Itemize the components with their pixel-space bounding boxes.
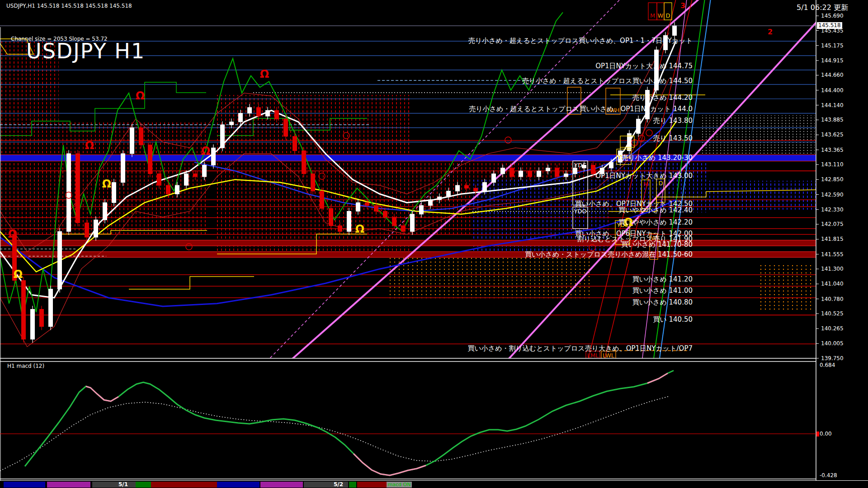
chart-watermark-title: USDJPY H1 (26, 39, 145, 63)
candle (139, 124, 143, 149)
macd-falling-segment (647, 373, 668, 383)
date-label: 5/1 (118, 481, 128, 488)
svg-text:D: D (658, 180, 663, 187)
update-timestamp: 5/1 06:22 更新 (797, 3, 848, 13)
svg-text:D: D (665, 12, 670, 19)
ichimoku-cloud-orangedot (760, 264, 815, 312)
macd-pane (0, 371, 816, 475)
price-tick-label: 144.915 (821, 57, 844, 64)
price-annotation: 買いやや小さめ 142.20 (618, 218, 693, 226)
price-annotation: 買い小さめ 140.80 (632, 298, 693, 306)
candle (22, 277, 26, 343)
candle (347, 208, 351, 235)
price-annotation: 買い小さめ・割り込むとストップロス売り大きめ、OP1日NYカット/OP7 (467, 344, 693, 352)
omega-marker-yellow: Ω (14, 268, 23, 281)
candle (130, 124, 134, 157)
price-tick-label: 141.040 (821, 281, 844, 287)
price-tick-label: 144.140 (821, 102, 844, 108)
ichimoku-cloud-blue (707, 181, 816, 210)
session-segment (349, 482, 356, 488)
price-tick-label: 142.850 (821, 176, 844, 183)
macd-falling-segment (86, 386, 118, 401)
price-tick-label: 140.005 (821, 340, 844, 347)
price-tick-label: 142.590 (821, 192, 844, 198)
session-segment (260, 482, 303, 488)
price-annotation: 売り小さめ・超えるとストップロス買い小さめ、OP1日NYカット 144.0 (469, 105, 693, 113)
omega-marker-red: Ω (8, 228, 17, 240)
price-annotation: 買いやや小さめ 142.40 (618, 206, 693, 214)
mt4-chart-window: ΩΩΩΩΩΩΩΩΩ32MWDLWHYDHYDCYDOYDLMDWLMLLWL売り… (0, 0, 868, 488)
chart-canvas[interactable]: ΩΩΩΩΩΩΩΩΩ32MWDLWHYDHYDCYDOYDLMDWLMLLWL売り… (0, 0, 868, 488)
candle (31, 306, 35, 343)
price-annotation: 買い小さめ 141.20 (632, 275, 693, 283)
macd-tick-label: 0.684 (820, 362, 835, 368)
price-annotation: OP1日NYカット大きめ 144.75 (595, 62, 693, 70)
session-segment (4, 482, 45, 488)
price-tick-label: 140.780 (821, 296, 844, 302)
macd-tick-label: 0.00 (820, 431, 832, 437)
level-box-D: D (664, 3, 672, 20)
price-annotation: 買い 140.50 (653, 315, 693, 324)
candle (311, 170, 315, 195)
price-tick-label: 139.750 (821, 355, 844, 361)
price-annotation: 売り小さめ 143.20-30 (621, 154, 693, 162)
price-tick-label: 141.555 (821, 251, 844, 258)
macd-toggle-button[interactable]: macd ON (387, 482, 412, 488)
price-annotation: 買い小さめ・ストップロス売り小さめ混在 141.50-60 (525, 250, 693, 258)
svg-text:LML: LML (587, 352, 599, 359)
omega-marker-red: Ω (260, 68, 269, 80)
price-tick-label: 143.365 (821, 147, 844, 153)
price-axis[interactable]: 145.690145.435145.175144.915144.660144.4… (816, 13, 844, 479)
price-tick-label: 145.175 (821, 42, 844, 49)
fan-line-label: 3 (680, 1, 685, 10)
fan-line-label: 2 (768, 28, 773, 36)
candle (112, 179, 116, 206)
macd-falling-segment (354, 454, 426, 475)
price-tick-label: 143.625 (821, 131, 844, 138)
timeline-bar: 5/15/2 macd ON (0, 480, 868, 488)
candle (103, 199, 107, 224)
symbol-ohlc-line: USDJPY,H1 145.518 145.518 145.518 145.51… (6, 3, 132, 9)
candle (284, 116, 288, 140)
svg-text:M: M (643, 181, 648, 188)
price-tick-label: 140.525 (821, 310, 844, 317)
price-tick-label: 142.075 (821, 221, 844, 227)
svg-text:LWL: LWL (603, 352, 615, 359)
session-segment (47, 482, 90, 488)
price-annotation: 売り 143.80 (653, 117, 693, 125)
price-tick-label: 144.400 (821, 87, 844, 94)
price-tick-label: 140.265 (821, 325, 844, 332)
macd-tick-label: -0.428 (820, 472, 837, 479)
omega-marker-yellow: Ω (102, 178, 111, 190)
candle (148, 141, 152, 177)
level-box-W: W (657, 3, 664, 20)
price-tick-label: 145.690 (821, 13, 844, 19)
signal-circle-marker (646, 130, 652, 136)
price-tick-label: 143.885 (821, 117, 844, 123)
level-box-M: M (648, 3, 657, 20)
macd-main-line (25, 371, 674, 475)
omega-marker-yellow: Ω (355, 223, 364, 235)
price-tick-label: 142.330 (821, 206, 844, 213)
session-segment (217, 482, 259, 488)
svg-text:M: M (650, 12, 655, 19)
price-annotation: 買い小さめ 141.70-80 (621, 240, 693, 249)
price-annotation: 売り小さめ・超えるとストップロス買い小さめ 144.50 (522, 77, 693, 85)
candle (637, 116, 641, 137)
ichimoku-cloud-whitedot (701, 115, 815, 157)
price-tick-label: 143.110 (821, 161, 844, 168)
price-annotation: 買い小さめ 141.00 (632, 286, 693, 295)
price-band (0, 240, 816, 246)
candle (212, 145, 216, 169)
price-annotation: 売り小さめ・超えるとストップロス買い小さめ、OP1・1・7日NYカット (468, 37, 693, 45)
candle (329, 205, 333, 230)
svg-text:W: W (658, 12, 664, 19)
price-tick-label: 141.815 (821, 236, 844, 242)
candle (320, 188, 324, 212)
price-tick-label: 144.660 (821, 72, 844, 78)
candle (76, 150, 80, 226)
svg-text:YDC: YDC (574, 162, 586, 169)
candle (121, 150, 125, 186)
price-annotation: 売り 143.50 (653, 134, 693, 142)
kumo-step-line (129, 277, 254, 289)
